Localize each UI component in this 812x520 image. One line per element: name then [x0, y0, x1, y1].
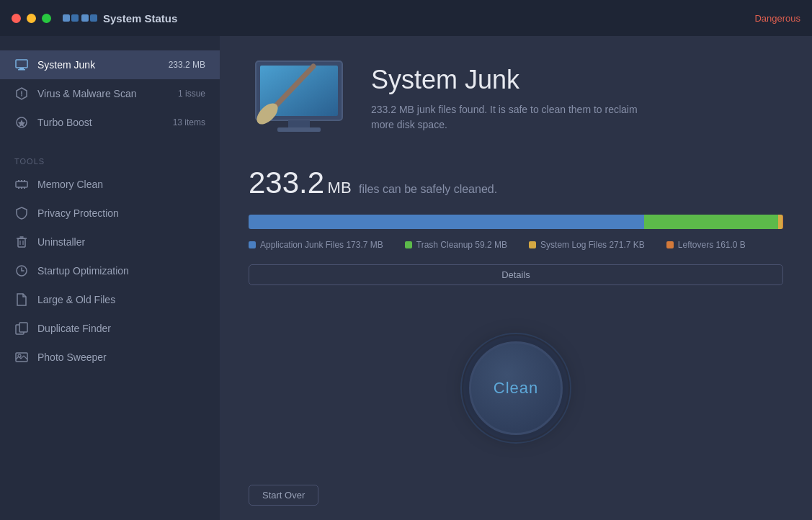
minimize-button[interactable] [27, 14, 36, 23]
svg-rect-7 [24, 180, 25, 181]
svg-rect-8 [18, 187, 19, 189]
legend-dot-trash [405, 241, 412, 248]
main-title-area: System Junk 233.2 MB junk files found. I… [371, 58, 659, 133]
sidebar-label-system-junk: System Junk [37, 59, 160, 71]
photo-icon [14, 350, 29, 364]
progress-app-junk [249, 215, 644, 229]
sidebar-item-uninstaller[interactable]: Uninstaller [0, 228, 220, 256]
legend-label-trash: Trash Cleanup 59.2 MB [416, 240, 507, 250]
legend-dot-log [529, 241, 536, 248]
sidebar-badge-turbo: 13 items [173, 117, 205, 127]
duplicate-icon [14, 321, 29, 336]
trash-icon [14, 235, 29, 249]
legend: Application Junk Files 173.7 MB Trash Cl… [249, 240, 783, 250]
sidebar-label-photo: Photo Sweeper [37, 351, 205, 363]
sidebar-item-privacy[interactable]: Privacy Protection [0, 199, 220, 228]
legend-dot-app [249, 241, 256, 248]
svg-rect-24 [277, 127, 321, 132]
svg-rect-18 [19, 323, 27, 332]
page-title: System Junk [371, 65, 659, 95]
svg-rect-4 [16, 181, 27, 187]
progress-bar [249, 215, 783, 229]
logo-icon [63, 14, 97, 22]
privacy-icon [14, 206, 29, 220]
legend-item-log: System Log Files 271.7 KB [529, 240, 645, 250]
clean-section: Clean Start Over [249, 300, 783, 520]
legend-label-leftover: Leftovers 161.0 B [678, 240, 746, 250]
sidebar-badge-system-junk: 233.2 MB [169, 60, 205, 70]
junk-illustration [249, 58, 349, 144]
legend-dot-leftover [666, 241, 674, 248]
stats-unit: MB [328, 179, 352, 197]
danger-status: Dangerous [754, 13, 800, 24]
sidebar-label-startup: Startup Optimization [37, 265, 205, 277]
svg-rect-2 [18, 69, 25, 71]
sidebar-main-section: System Junk 233.2 MB Virus & Malware Sca… [0, 36, 220, 144]
svg-rect-0 [16, 60, 27, 68]
memory-icon [14, 177, 29, 192]
sidebar-item-startup[interactable]: Startup Optimization [0, 256, 220, 285]
sidebar: System Junk 233.2 MB Virus & Malware Sca… [0, 0, 220, 520]
legend-item-trash: Trash Cleanup 59.2 MB [405, 240, 507, 250]
progress-trash [644, 215, 778, 229]
main-content: System Junk 233.2 MB junk files found. I… [220, 0, 812, 520]
page-subtitle: 233.2 MB junk files found. It is safe to… [371, 102, 659, 133]
monitor-icon [14, 58, 29, 72]
legend-label-log: System Log Files 271.7 KB [540, 240, 645, 250]
stats-section: 233.2 MB files can be safely cleaned. [249, 166, 783, 200]
main-header: System Junk 233.2 MB junk files found. I… [249, 36, 783, 166]
sidebar-label-duplicate: Duplicate Finder [37, 323, 205, 334]
tools-label: Tools [0, 144, 220, 170]
svg-rect-23 [288, 120, 310, 127]
svg-rect-5 [18, 180, 19, 181]
svg-rect-9 [21, 187, 22, 189]
app-title: System Status [103, 12, 177, 24]
sidebar-item-memory-clean[interactable]: Memory Clean [0, 170, 220, 199]
maximize-button[interactable] [42, 14, 51, 23]
svg-rect-10 [24, 187, 25, 189]
app-logo: System Status [63, 12, 177, 24]
legend-label-app: Application Junk Files 173.7 MB [260, 240, 383, 250]
sidebar-label-uninstaller: Uninstaller [37, 236, 205, 248]
boost-icon [14, 115, 29, 130]
titlebar: System Status Dangerous [0, 0, 812, 36]
stats-label: files can be safely cleaned. [359, 183, 497, 195]
sidebar-item-photo-sweeper[interactable]: Photo Sweeper [0, 343, 220, 372]
sidebar-item-turbo-boost[interactable]: Turbo Boost 13 items [0, 108, 220, 137]
progress-leftover [782, 215, 783, 229]
window-controls [12, 14, 51, 23]
clean-button-label: Clean [494, 379, 538, 398]
sidebar-item-system-junk[interactable]: System Junk 233.2 MB [0, 50, 220, 79]
files-icon [14, 292, 29, 307]
svg-rect-11 [18, 238, 25, 247]
legend-item-leftover: Leftovers 161.0 B [666, 240, 746, 250]
details-button[interactable]: Details [249, 264, 783, 285]
legend-item-app: Application Junk Files 173.7 MB [249, 240, 383, 250]
sidebar-item-virus-malware[interactable]: Virus & Malware Scan 1 issue [0, 79, 220, 108]
start-over-button[interactable]: Start Over [249, 485, 318, 506]
sidebar-label-privacy: Privacy Protection [37, 207, 205, 219]
virus-icon [14, 86, 29, 101]
sidebar-label-memory: Memory Clean [37, 179, 205, 190]
sidebar-label-large: Large & Old Files [37, 294, 205, 305]
sidebar-item-duplicate[interactable]: Duplicate Finder [0, 314, 220, 343]
sidebar-label-turbo: Turbo Boost [37, 117, 164, 128]
sidebar-label-virus: Virus & Malware Scan [37, 88, 169, 99]
svg-rect-1 [19, 68, 24, 69]
svg-rect-6 [21, 180, 22, 181]
startup-icon [14, 264, 29, 278]
clean-button[interactable]: Clean [469, 341, 563, 435]
close-button[interactable] [12, 14, 21, 23]
sidebar-item-large-files[interactable]: Large & Old Files [0, 285, 220, 314]
stats-amount: 233.2 [249, 166, 324, 200]
sidebar-badge-virus: 1 issue [178, 89, 205, 99]
